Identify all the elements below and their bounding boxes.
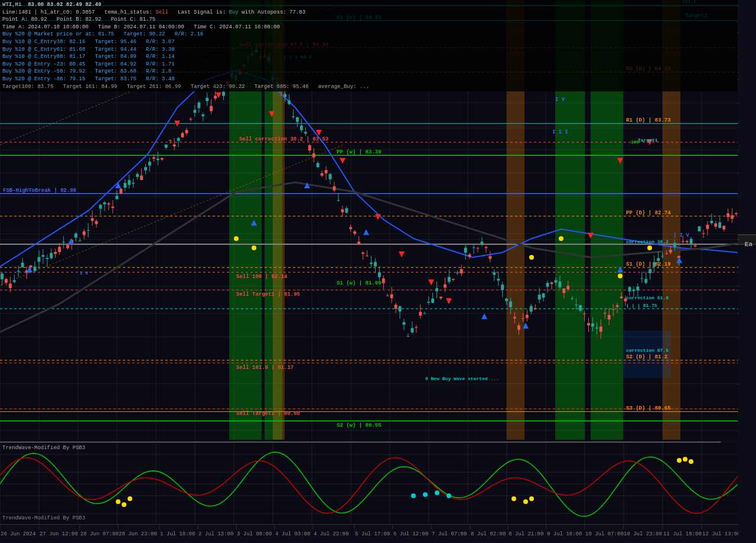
info-line3: Point A: 80.92 Point B: 82.92 Point C: 8… — [2, 16, 736, 24]
time-axis — [0, 524, 738, 543]
info-line5: Buy %20 @ Market price or at: 81.75 Targ… — [2, 31, 736, 38]
symbol-ohlc: WTI,H1 83.00 83.02 82.49 82.49 — [2, 1, 736, 9]
indicator-label: TrendWave-Modified By PSB3 — [2, 445, 85, 451]
info-line8: Buy %10 @ C_Entry88: 81.17 Target: 84.99… — [2, 53, 736, 61]
info-line12: Target100: 83.75 Target 161: 84.99 Targe… — [2, 83, 736, 91]
ea-label: Ea — [745, 241, 752, 248]
main-chart: MARKETZТRADE WTI,H1 83.00 83.02 82.49 82… — [0, 0, 738, 440]
info-line7: Buy %10 @ C_Entry61: 81.68 Target: 94.44… — [2, 46, 736, 54]
info-line4: Time A: 2024.07.10 10:00:00 Time B: 2024… — [2, 24, 736, 31]
info-line11: Buy %20 @ Entry -88: 79.15 Target: 83.75… — [2, 76, 736, 83]
info-line2: Line:1481 | h1_atr_c0: 0.3857 tema_h1_st… — [2, 9, 736, 17]
info-line9: Buy %20 @ Entry -23: 80.45 Target: 84.92… — [2, 61, 736, 68]
info-line6: Buy %10 @ C_Entry38: 82.16 Target: 95.46… — [2, 38, 736, 46]
sub-chart: TrendWave-Modified By PSB3 — [0, 441, 738, 524]
chart-container: MARKETZТRADE WTI,H1 83.00 83.02 82.49 82… — [0, 0, 756, 543]
info-line10: Buy %20 @ Entry -50: 79.92 Target: 83.68… — [2, 68, 736, 76]
info-bar: WTI,H1 83.00 83.02 82.49 82.49 Line:1481… — [0, 0, 738, 91]
